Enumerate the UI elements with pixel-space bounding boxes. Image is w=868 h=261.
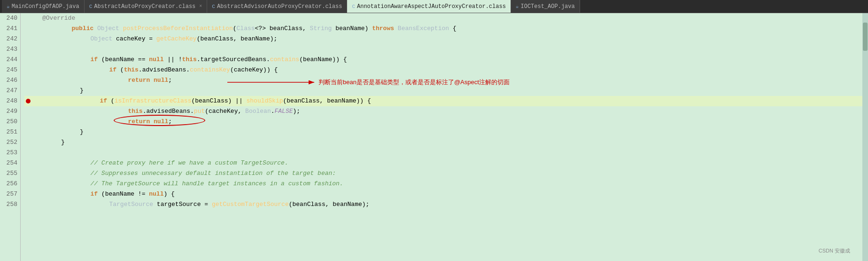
line-num-246: 246 [0, 75, 17, 86]
line-num-254: 254 [0, 158, 17, 168]
line-num-256: 256 [0, 179, 17, 189]
tab-abstract-advisor[interactable]: C AbstractAdvisorAutoProxyCreator.class [207, 0, 347, 13]
line-num-242: 242 [0, 34, 17, 44]
line-num-247: 247 [0, 86, 17, 96]
annotation-text: 判断当前bean是否是基础类型，或者是否是标注了@Aspect注解的切面 [318, 78, 510, 87]
class-file-icon3: C [352, 4, 355, 9]
code-line-252: } [24, 137, 862, 148]
tab-main-config[interactable]: ☕ MainConfigOfAOP.java [2, 0, 85, 13]
code-line-258: TargetSource targetSource = getCustomTar… [24, 199, 862, 210]
code-content: @Override public Object postProcessBefor… [21, 13, 862, 261]
line-num-250: 250 [0, 117, 17, 127]
class-file-icon2: C [212, 4, 215, 9]
java-file-icon: ☕ [7, 3, 10, 9]
vertical-scrollbar[interactable] [862, 13, 868, 261]
line-num-245: 245 [0, 65, 17, 75]
scrollbar-thumb-vertical[interactable] [863, 23, 868, 51]
line-num-252: 252 [0, 137, 17, 148]
line-num-255: 255 [0, 168, 17, 179]
line-numbers: 240 241 242 243 244 245 246 247 248 249 … [0, 13, 21, 261]
line-num-248: 248 [0, 96, 17, 106]
code-line-250: return null; [24, 117, 862, 127]
tab-annotation-aware[interactable]: C AnnotationAwareAspectJAutoProxyCreator… [347, 0, 511, 13]
line-num-257: 257 [0, 189, 17, 199]
line-num-251: 251 [0, 127, 17, 137]
watermark: CSDN 安徽成 [819, 247, 850, 254]
line-num-244: 244 [0, 55, 17, 65]
line-num-243: 243 [0, 44, 17, 55]
breakpoint-marker [26, 99, 31, 103]
tab-ioc-test[interactable]: ☕ IOCTest_AOP.java [511, 0, 580, 13]
java-file-icon2: ☕ [516, 3, 519, 9]
annotation-overlay: 判断当前bean是否是基础类型，或者是否是标注了@Aspect注解的切面 [223, 75, 848, 89]
class-file-icon: C [89, 4, 93, 9]
line-num-249: 249 [0, 106, 17, 117]
line-num-253: 253 [0, 148, 17, 158]
tab-close-icon[interactable]: × [199, 4, 202, 9]
editor-area: 240 241 242 243 244 245 246 247 248 249 … [0, 13, 868, 261]
tab-bar: ☕ MainConfigOfAOP.java C AbstractAutoPro… [0, 0, 868, 13]
arrow-svg [223, 75, 317, 89]
code-line-242: Object cacheKey = getCacheKey(beanClass,… [24, 34, 862, 44]
line-num-241: 241 [0, 24, 17, 34]
line-num-240: 240 [0, 13, 17, 24]
code-line-251: } [24, 127, 862, 137]
line-num-258: 258 [0, 199, 17, 210]
tab-abstract-auto-proxy[interactable]: C AbstractAutoProxyCreator.class × [85, 0, 208, 13]
